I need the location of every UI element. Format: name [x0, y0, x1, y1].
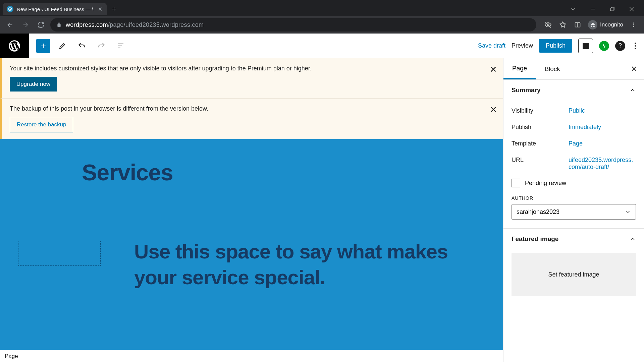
chevron-up-icon [629, 87, 636, 94]
upgrade-notice: Your site includes customized styles tha… [0, 58, 503, 98]
summary-panel: Summary Visibility Public Publish Immedi… [503, 80, 644, 229]
eye-off-icon[interactable] [542, 18, 554, 31]
preview-button[interactable]: Preview [512, 42, 533, 49]
chevron-down-icon [625, 209, 631, 215]
bookmark-star-icon[interactable] [556, 18, 569, 31]
svg-point-9 [633, 24, 634, 25]
close-window-button[interactable] [622, 2, 641, 16]
close-tab-icon[interactable]: ✕ [97, 6, 103, 12]
author-select[interactable]: sarahjonas2023 [512, 204, 636, 220]
edit-tool-icon[interactable] [55, 39, 70, 53]
featured-image-toggle[interactable]: Featured image [503, 229, 644, 249]
author-label: AUTHOR [512, 195, 636, 201]
jetpack-icon[interactable] [599, 41, 609, 51]
browser-chrome: New Page ‹ UI Feed Business — \ ✕ + word… [0, 0, 644, 34]
restore-backup-button[interactable]: Restore the backup [10, 117, 73, 132]
close-sidebar-button[interactable]: ✕ [627, 62, 641, 76]
url-value[interactable]: uifeed20235.wordpress.com/auto-draft/ [569, 157, 636, 171]
lock-icon [56, 22, 62, 27]
reload-button[interactable] [35, 19, 47, 31]
summary-panel-toggle[interactable]: Summary [503, 80, 644, 101]
visibility-value[interactable]: Public [569, 107, 636, 114]
extensions-icon[interactable] [571, 18, 584, 31]
browser-menu-icon[interactable] [627, 18, 640, 31]
dismiss-backup-notice[interactable]: ✕ [490, 105, 497, 115]
canvas-scroll: Services Use this space to say what make… [0, 139, 503, 350]
incognito-label: Incognito [600, 21, 623, 28]
wordpress-editor: Save draft Preview Publish ? Your site i… [0, 34, 644, 362]
save-draft-button[interactable]: Save draft [478, 42, 505, 49]
svg-rect-1 [610, 8, 613, 10]
tab-title: New Page ‹ UI Feed Business — \ [17, 6, 94, 12]
settings-toggle-button[interactable] [578, 39, 593, 53]
settings-sidebar: Page Block ✕ Summary Visibility Public P… [503, 58, 644, 362]
upgrade-now-button[interactable]: Upgrade now [10, 77, 57, 92]
url-text: wordpress.com/page/uifeed20235.wordpress… [66, 21, 204, 28]
maximize-button[interactable] [602, 2, 622, 16]
browser-tab[interactable]: New Page ‹ UI Feed Business — \ ✕ [3, 3, 107, 15]
breadcrumb-status[interactable]: Page [0, 350, 503, 362]
document-overview-icon[interactable] [113, 39, 128, 53]
dismiss-upgrade-notice[interactable]: ✕ [490, 64, 497, 75]
editor-body: Your site includes customized styles tha… [0, 58, 644, 362]
hero-heading-block[interactable]: Use this space to say what makes your se… [134, 239, 485, 291]
pending-review-checkbox[interactable] [512, 179, 520, 187]
add-block-button[interactable] [36, 39, 50, 53]
pending-review-label: Pending review [525, 180, 566, 187]
forward-button [19, 19, 32, 31]
publish-button[interactable]: Publish [539, 39, 572, 53]
sidebar-tabs: Page Block ✕ [503, 58, 644, 80]
wordpress-logo[interactable] [0, 34, 29, 58]
redo-button [94, 39, 109, 53]
tab-page[interactable]: Page [503, 58, 536, 79]
page-title-input[interactable]: Services [82, 159, 485, 185]
url-row: URL uifeed20235.wordpress.com/auto-draft… [512, 152, 636, 175]
new-tab-button[interactable]: + [109, 4, 119, 14]
empty-block-placeholder[interactable] [18, 241, 101, 266]
chevron-up-icon [629, 236, 636, 242]
visibility-row: Visibility Public [512, 103, 636, 119]
tab-strip: New Page ‹ UI Feed Business — \ ✕ + [0, 0, 644, 16]
tab-search-icon[interactable] [564, 2, 583, 16]
backup-notice: The backup of this post in your browser … [0, 98, 503, 139]
pending-review-row: Pending review [512, 175, 636, 189]
toolbar-right-icons: Incognito [542, 18, 640, 31]
publish-value[interactable]: Immediately [569, 124, 636, 131]
upgrade-notice-text: Your site includes customized styles tha… [10, 65, 495, 72]
address-bar-row: wordpress.com/page/uifeed20235.wordpress… [0, 16, 644, 34]
tab-block[interactable]: Block [536, 58, 569, 79]
publish-row: Publish Immediately [512, 119, 636, 135]
window-controls [564, 2, 641, 16]
help-icon[interactable]: ? [615, 41, 625, 51]
template-row: Template Page [512, 135, 636, 152]
canvas-column: Your site includes customized styles tha… [0, 58, 503, 362]
wordpress-favicon-icon [7, 6, 13, 12]
template-value[interactable]: Page [569, 140, 636, 147]
page-canvas[interactable]: Services Use this space to say what make… [0, 139, 503, 350]
set-featured-image-button[interactable]: Set featured image [512, 253, 636, 296]
incognito-icon [588, 20, 597, 29]
address-bar[interactable]: wordpress.com/page/uifeed20235.wordpress… [50, 18, 536, 32]
backup-notice-text: The backup of this post in your browser … [10, 105, 495, 112]
incognito-indicator[interactable]: Incognito [586, 20, 625, 29]
back-button[interactable] [4, 19, 16, 31]
minimize-button[interactable] [583, 2, 602, 16]
svg-point-10 [633, 26, 634, 27]
more-options-button[interactable] [631, 43, 639, 49]
undo-button[interactable] [74, 39, 89, 53]
editor-top-toolbar: Save draft Preview Publish ? [0, 34, 644, 58]
svg-point-8 [633, 22, 634, 23]
featured-image-panel: Featured image Set featured image [503, 229, 644, 305]
